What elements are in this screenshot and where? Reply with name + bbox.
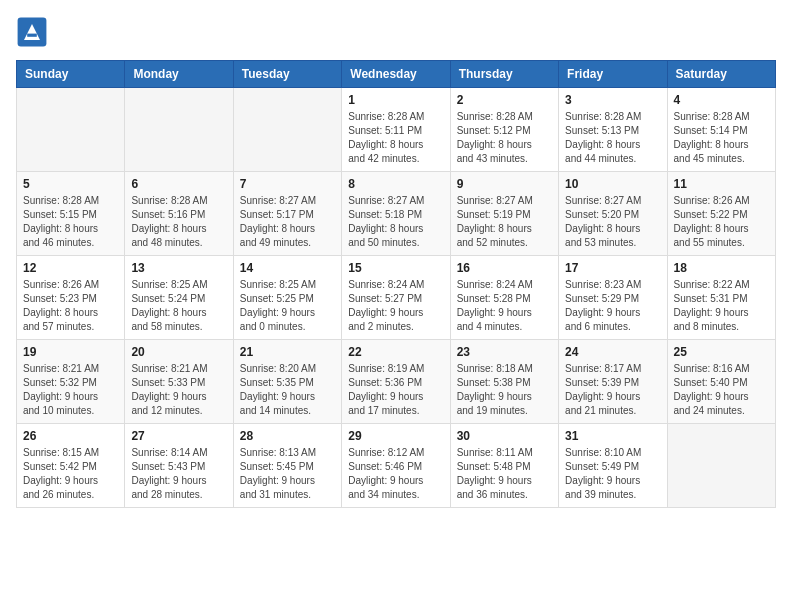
day-number: 18 [674,261,769,275]
week-row-4: 19Sunrise: 8:21 AM Sunset: 5:32 PM Dayli… [17,340,776,424]
calendar-cell: 22Sunrise: 8:19 AM Sunset: 5:36 PM Dayli… [342,340,450,424]
day-number: 3 [565,93,660,107]
day-number: 13 [131,261,226,275]
day-info: Sunrise: 8:26 AM Sunset: 5:23 PM Dayligh… [23,278,118,334]
day-info: Sunrise: 8:21 AM Sunset: 5:32 PM Dayligh… [23,362,118,418]
calendar-cell: 10Sunrise: 8:27 AM Sunset: 5:20 PM Dayli… [559,172,667,256]
day-info: Sunrise: 8:20 AM Sunset: 5:35 PM Dayligh… [240,362,335,418]
day-info: Sunrise: 8:27 AM Sunset: 5:19 PM Dayligh… [457,194,552,250]
day-number: 8 [348,177,443,191]
day-info: Sunrise: 8:28 AM Sunset: 5:13 PM Dayligh… [565,110,660,166]
calendar-cell: 3Sunrise: 8:28 AM Sunset: 5:13 PM Daylig… [559,88,667,172]
day-number: 23 [457,345,552,359]
day-number: 15 [348,261,443,275]
calendar-cell: 20Sunrise: 8:21 AM Sunset: 5:33 PM Dayli… [125,340,233,424]
day-number: 27 [131,429,226,443]
calendar-cell: 23Sunrise: 8:18 AM Sunset: 5:38 PM Dayli… [450,340,558,424]
calendar-cell: 30Sunrise: 8:11 AM Sunset: 5:48 PM Dayli… [450,424,558,508]
logo [16,16,52,48]
day-info: Sunrise: 8:25 AM Sunset: 5:24 PM Dayligh… [131,278,226,334]
calendar-cell: 2Sunrise: 8:28 AM Sunset: 5:12 PM Daylig… [450,88,558,172]
day-number: 6 [131,177,226,191]
calendar-cell: 24Sunrise: 8:17 AM Sunset: 5:39 PM Dayli… [559,340,667,424]
day-number: 11 [674,177,769,191]
svg-rect-2 [27,34,37,37]
day-number: 4 [674,93,769,107]
day-number: 10 [565,177,660,191]
calendar-cell: 11Sunrise: 8:26 AM Sunset: 5:22 PM Dayli… [667,172,775,256]
day-number: 31 [565,429,660,443]
day-info: Sunrise: 8:25 AM Sunset: 5:25 PM Dayligh… [240,278,335,334]
day-number: 25 [674,345,769,359]
calendar-cell: 29Sunrise: 8:12 AM Sunset: 5:46 PM Dayli… [342,424,450,508]
header-day-monday: Monday [125,61,233,88]
day-number: 9 [457,177,552,191]
day-info: Sunrise: 8:12 AM Sunset: 5:46 PM Dayligh… [348,446,443,502]
calendar-cell: 19Sunrise: 8:21 AM Sunset: 5:32 PM Dayli… [17,340,125,424]
day-info: Sunrise: 8:19 AM Sunset: 5:36 PM Dayligh… [348,362,443,418]
day-number: 19 [23,345,118,359]
day-number: 28 [240,429,335,443]
day-number: 16 [457,261,552,275]
day-info: Sunrise: 8:13 AM Sunset: 5:45 PM Dayligh… [240,446,335,502]
header-day-thursday: Thursday [450,61,558,88]
calendar-cell: 4Sunrise: 8:28 AM Sunset: 5:14 PM Daylig… [667,88,775,172]
calendar-cell: 18Sunrise: 8:22 AM Sunset: 5:31 PM Dayli… [667,256,775,340]
day-number: 29 [348,429,443,443]
header-day-saturday: Saturday [667,61,775,88]
day-number: 24 [565,345,660,359]
day-info: Sunrise: 8:16 AM Sunset: 5:40 PM Dayligh… [674,362,769,418]
calendar-cell: 9Sunrise: 8:27 AM Sunset: 5:19 PM Daylig… [450,172,558,256]
day-number: 17 [565,261,660,275]
day-info: Sunrise: 8:14 AM Sunset: 5:43 PM Dayligh… [131,446,226,502]
day-number: 26 [23,429,118,443]
day-info: Sunrise: 8:17 AM Sunset: 5:39 PM Dayligh… [565,362,660,418]
day-number: 21 [240,345,335,359]
day-number: 5 [23,177,118,191]
day-info: Sunrise: 8:28 AM Sunset: 5:15 PM Dayligh… [23,194,118,250]
day-info: Sunrise: 8:18 AM Sunset: 5:38 PM Dayligh… [457,362,552,418]
day-number: 1 [348,93,443,107]
day-info: Sunrise: 8:22 AM Sunset: 5:31 PM Dayligh… [674,278,769,334]
day-info: Sunrise: 8:21 AM Sunset: 5:33 PM Dayligh… [131,362,226,418]
calendar-header: SundayMondayTuesdayWednesdayThursdayFrid… [17,61,776,88]
calendar-table: SundayMondayTuesdayWednesdayThursdayFrid… [16,60,776,508]
day-info: Sunrise: 8:24 AM Sunset: 5:28 PM Dayligh… [457,278,552,334]
day-info: Sunrise: 8:23 AM Sunset: 5:29 PM Dayligh… [565,278,660,334]
header-row: SundayMondayTuesdayWednesdayThursdayFrid… [17,61,776,88]
calendar-cell: 6Sunrise: 8:28 AM Sunset: 5:16 PM Daylig… [125,172,233,256]
week-row-2: 5Sunrise: 8:28 AM Sunset: 5:15 PM Daylig… [17,172,776,256]
calendar-cell: 25Sunrise: 8:16 AM Sunset: 5:40 PM Dayli… [667,340,775,424]
day-number: 30 [457,429,552,443]
header-day-tuesday: Tuesday [233,61,341,88]
calendar-cell: 5Sunrise: 8:28 AM Sunset: 5:15 PM Daylig… [17,172,125,256]
day-number: 7 [240,177,335,191]
calendar-cell: 28Sunrise: 8:13 AM Sunset: 5:45 PM Dayli… [233,424,341,508]
day-number: 22 [348,345,443,359]
day-number: 2 [457,93,552,107]
day-info: Sunrise: 8:11 AM Sunset: 5:48 PM Dayligh… [457,446,552,502]
day-number: 20 [131,345,226,359]
calendar-cell [17,88,125,172]
day-info: Sunrise: 8:27 AM Sunset: 5:17 PM Dayligh… [240,194,335,250]
calendar-cell: 12Sunrise: 8:26 AM Sunset: 5:23 PM Dayli… [17,256,125,340]
day-number: 12 [23,261,118,275]
calendar-cell: 14Sunrise: 8:25 AM Sunset: 5:25 PM Dayli… [233,256,341,340]
day-info: Sunrise: 8:27 AM Sunset: 5:20 PM Dayligh… [565,194,660,250]
day-info: Sunrise: 8:28 AM Sunset: 5:16 PM Dayligh… [131,194,226,250]
week-row-5: 26Sunrise: 8:15 AM Sunset: 5:42 PM Dayli… [17,424,776,508]
header [16,16,776,48]
calendar-cell: 13Sunrise: 8:25 AM Sunset: 5:24 PM Dayli… [125,256,233,340]
calendar-cell: 7Sunrise: 8:27 AM Sunset: 5:17 PM Daylig… [233,172,341,256]
week-row-1: 1Sunrise: 8:28 AM Sunset: 5:11 PM Daylig… [17,88,776,172]
calendar-cell [667,424,775,508]
day-info: Sunrise: 8:28 AM Sunset: 5:12 PM Dayligh… [457,110,552,166]
day-info: Sunrise: 8:10 AM Sunset: 5:49 PM Dayligh… [565,446,660,502]
calendar-cell [233,88,341,172]
calendar-cell: 15Sunrise: 8:24 AM Sunset: 5:27 PM Dayli… [342,256,450,340]
calendar-cell: 31Sunrise: 8:10 AM Sunset: 5:49 PM Dayli… [559,424,667,508]
day-number: 14 [240,261,335,275]
day-info: Sunrise: 8:27 AM Sunset: 5:18 PM Dayligh… [348,194,443,250]
day-info: Sunrise: 8:28 AM Sunset: 5:11 PM Dayligh… [348,110,443,166]
calendar-cell: 8Sunrise: 8:27 AM Sunset: 5:18 PM Daylig… [342,172,450,256]
